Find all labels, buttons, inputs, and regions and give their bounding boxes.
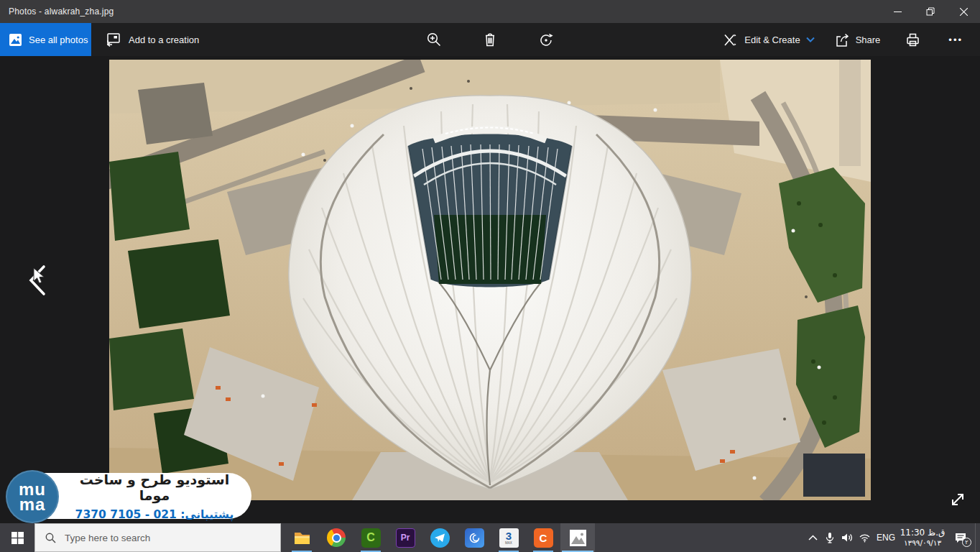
taskbar-app-orange-c[interactable]: C <box>526 523 560 552</box>
edit-create-label: Edit & Create <box>744 34 800 45</box>
muma-logo: mu ma <box>6 470 59 523</box>
system-tray: ENG 11:30 ق.ظ ۱۳۹۹/۰۹/۱۳ ۲ <box>804 523 980 552</box>
minimize-icon <box>894 8 902 16</box>
see-all-photos-button[interactable]: See all photos <box>0 23 91 56</box>
photos-app-window: Photos - alwakrah_zha.jpg <box>0 0 980 552</box>
zoom-button[interactable] <box>423 29 445 50</box>
telegram-icon <box>430 528 450 548</box>
edit-create-icon <box>722 32 739 48</box>
photos-gallery-icon <box>9 33 22 47</box>
microphone-icon <box>825 532 835 544</box>
orange-c-letter: C <box>540 532 547 544</box>
close-icon <box>960 8 968 16</box>
chrome-icon <box>327 528 346 547</box>
tray-chevron-button[interactable] <box>804 523 821 552</box>
taskbar-app-chrome[interactable] <box>319 523 353 552</box>
taskbar-apps: C Pr <box>285 523 595 552</box>
network-tray-button[interactable] <box>856 523 873 552</box>
share-label: Share <box>856 34 881 45</box>
clock-date: ۱۳۹۹/۰۹/۱۳ <box>904 538 941 548</box>
restore-button[interactable] <box>914 0 947 23</box>
search-icon <box>45 533 56 543</box>
show-desktop-button[interactable] <box>975 523 979 552</box>
action-center-button[interactable]: ۲ <box>946 523 975 552</box>
see-more-icon: ••• <box>944 34 967 45</box>
add-to-creation-button[interactable]: Add to a creation <box>91 23 213 56</box>
photos-app-icon <box>568 528 588 548</box>
print-button[interactable] <box>902 29 924 51</box>
add-to-creation-icon <box>104 32 121 48</box>
resize-icon <box>949 491 966 508</box>
window-title: Photos - alwakrah_zha.jpg <box>9 6 114 17</box>
chevron-down-icon <box>806 37 815 42</box>
taskbar-app-telegram[interactable] <box>422 523 457 552</box>
premiere-letters: Pr <box>401 533 410 543</box>
watermark-pill: استودیو طرح و ساخت موما پشتیبانی: 021 - … <box>32 473 251 519</box>
mouse-cursor <box>33 267 47 285</box>
taskbar-app-camtasia[interactable]: C <box>353 523 388 552</box>
chevron-up-icon <box>808 535 818 540</box>
speaker-icon <box>841 533 854 543</box>
3ds-max-sub: MAX <box>505 541 512 545</box>
watermark-support-text: پشتیبانی: 021 - 7105 7370 <box>72 508 237 521</box>
microphone-tray-button[interactable] <box>821 523 838 552</box>
blue-swirl-app-icon <box>465 528 484 548</box>
photo-viewer: استودیو طرح و ساخت موما پشتیبانی: 021 - … <box>0 56 980 523</box>
photo-alwakrah-stadium <box>109 60 871 500</box>
taskbar-app-blue-swirl[interactable] <box>457 523 491 552</box>
volume-tray-button[interactable] <box>838 523 856 552</box>
muma-logo-bottom: ma <box>19 497 46 512</box>
close-button[interactable] <box>947 0 980 23</box>
language-label: ENG <box>877 533 895 543</box>
taskbar-app-3ds-max[interactable]: 3 MAX <box>491 523 526 552</box>
3ds-max-number: 3 <box>506 531 512 541</box>
file-explorer-icon <box>292 528 312 548</box>
taskbar-search-input[interactable]: Type here to search <box>34 523 281 552</box>
search-placeholder: Type here to search <box>65 533 150 543</box>
orange-c-app-icon: C <box>534 528 553 548</box>
minimize-button[interactable] <box>881 0 914 23</box>
taskbar-app-photos[interactable] <box>560 523 595 552</box>
add-to-creation-label: Add to a creation <box>129 34 199 45</box>
see-all-photos-label: See all photos <box>29 34 88 45</box>
see-more-button[interactable]: ••• <box>941 32 970 48</box>
windows-logo-icon <box>11 532 24 544</box>
window-controls <box>881 0 980 23</box>
language-indicator[interactable]: ENG <box>873 523 899 552</box>
3ds-max-icon: 3 MAX <box>499 528 519 548</box>
delete-icon <box>482 32 498 47</box>
taskbar-app-premiere-pro[interactable]: Pr <box>388 523 422 552</box>
taskbar: Type here to search C <box>0 523 980 552</box>
delete-button[interactable] <box>479 29 501 50</box>
rotate-button[interactable] <box>535 29 557 50</box>
rotate-icon <box>538 32 554 47</box>
taskbar-app-file-explorer[interactable] <box>285 523 319 552</box>
command-bar: See all photos Add to a creation <box>0 23 980 56</box>
clock-time: 11:30 ق.ظ <box>900 528 946 538</box>
clock[interactable]: 11:30 ق.ظ ۱۳۹۹/۰۹/۱۳ <box>899 528 946 548</box>
title-bar: Photos - alwakrah_zha.jpg <box>0 0 980 23</box>
edit-create-button[interactable]: Edit & Create <box>722 32 814 48</box>
watermark-studio-text: استودیو طرح و ساخت موما <box>72 472 237 503</box>
wifi-icon <box>859 533 871 543</box>
restore-icon <box>926 7 935 16</box>
print-icon <box>905 32 921 48</box>
start-button[interactable] <box>0 523 34 552</box>
share-button[interactable]: Share <box>833 32 881 48</box>
camtasia-letter: C <box>366 531 375 544</box>
share-icon <box>833 32 850 48</box>
premiere-pro-icon: Pr <box>396 528 415 548</box>
camtasia-icon: C <box>361 528 381 548</box>
studio-watermark: استودیو طرح و ساخت موما پشتیبانی: 021 - … <box>6 470 251 526</box>
notification-badge: ۲ <box>962 538 971 547</box>
fullscreen-button[interactable] <box>944 486 971 513</box>
zoom-icon <box>426 32 442 47</box>
